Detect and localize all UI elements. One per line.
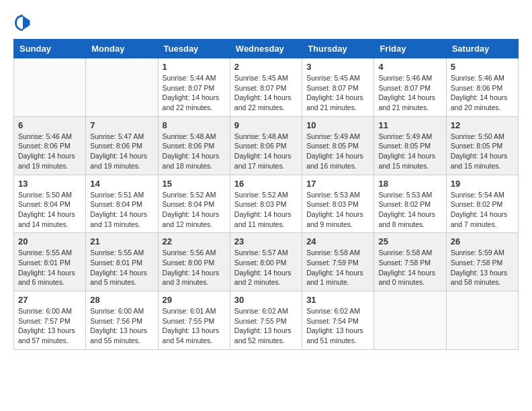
day-info: Sunrise: 5:48 AM Sunset: 8:06 PM Dayligh… [163,132,226,171]
day-info: Sunrise: 5:52 AM Sunset: 8:03 PM Dayligh… [234,190,298,230]
day-info: Sunrise: 5:57 AM Sunset: 8:00 PM Dayligh… [234,248,298,287]
calendar-day-cell: 26Sunrise: 5:59 AM Sunset: 7:58 PM Dayli… [446,233,518,291]
calendar-day-cell: 21Sunrise: 5:55 AM Sunset: 8:01 PM Dayli… [86,233,158,291]
calendar-day-cell: 22Sunrise: 5:56 AM Sunset: 8:00 PM Dayli… [158,233,230,291]
day-number: 14 [90,179,153,189]
logo-icon [13,13,32,32]
calendar-day-cell: 31Sunrise: 6:02 AM Sunset: 7:54 PM Dayli… [302,291,374,350]
day-info: Sunrise: 5:59 AM Sunset: 7:58 PM Dayligh… [451,248,514,287]
weekday-header: Sunday [14,40,86,58]
day-number: 29 [163,295,226,305]
day-info: Sunrise: 6:02 AM Sunset: 7:54 PM Dayligh… [306,306,369,346]
day-number: 2 [234,62,298,72]
day-info: Sunrise: 5:53 AM Sunset: 8:03 PM Dayligh… [306,190,369,230]
day-number: 15 [163,179,226,189]
day-info: Sunrise: 5:49 AM Sunset: 8:05 PM Dayligh… [306,132,369,171]
day-number: 24 [306,236,369,246]
day-info: Sunrise: 5:51 AM Sunset: 8:04 PM Dayligh… [90,190,153,230]
day-info: Sunrise: 5:47 AM Sunset: 8:06 PM Dayligh… [90,132,153,171]
day-number: 31 [306,295,369,305]
calendar-day-cell: 14Sunrise: 5:51 AM Sunset: 8:04 PM Dayli… [86,175,158,233]
day-info: Sunrise: 5:44 AM Sunset: 8:07 PM Dayligh… [163,73,226,113]
day-info: Sunrise: 6:00 AM Sunset: 7:57 PM Dayligh… [18,306,81,346]
calendar-week-row: 1Sunrise: 5:44 AM Sunset: 8:07 PM Daylig… [14,58,519,117]
calendar-week-row: 27Sunrise: 6:00 AM Sunset: 7:57 PM Dayli… [14,291,519,350]
day-number: 6 [18,120,81,130]
calendar-day-cell: 20Sunrise: 5:55 AM Sunset: 8:01 PM Dayli… [14,233,86,291]
calendar-header: SundayMondayTuesdayWednesdayThursdayFrid… [14,40,519,58]
day-info: Sunrise: 5:50 AM Sunset: 8:05 PM Dayligh… [451,132,514,171]
day-number: 10 [306,120,369,130]
day-info: Sunrise: 5:46 AM Sunset: 8:06 PM Dayligh… [451,73,514,113]
day-number: 17 [306,179,369,189]
calendar-day-cell: 27Sunrise: 6:00 AM Sunset: 7:57 PM Dayli… [14,291,86,350]
day-info: Sunrise: 6:02 AM Sunset: 7:55 PM Dayligh… [234,306,298,346]
weekday-header: Friday [374,40,446,58]
day-info: Sunrise: 5:55 AM Sunset: 8:01 PM Dayligh… [90,248,153,287]
day-info: Sunrise: 5:58 AM Sunset: 7:59 PM Dayligh… [306,248,369,287]
calendar-day-cell: 11Sunrise: 5:49 AM Sunset: 8:05 PM Dayli… [374,116,446,175]
calendar-day-cell: 24Sunrise: 5:58 AM Sunset: 7:59 PM Dayli… [302,233,374,291]
day-number: 23 [234,236,298,246]
calendar-day-cell: 9Sunrise: 5:48 AM Sunset: 8:06 PM Daylig… [230,116,302,175]
calendar-day-cell [86,58,158,117]
day-number: 27 [18,295,81,305]
day-info: Sunrise: 6:01 AM Sunset: 7:55 PM Dayligh… [163,306,226,346]
day-info: Sunrise: 5:45 AM Sunset: 8:07 PM Dayligh… [234,73,298,113]
day-number: 19 [451,179,514,189]
calendar-day-cell: 28Sunrise: 6:00 AM Sunset: 7:56 PM Dayli… [86,291,158,350]
calendar-day-cell: 7Sunrise: 5:47 AM Sunset: 8:06 PM Daylig… [86,116,158,175]
weekday-header: Monday [86,40,158,58]
calendar-day-cell: 15Sunrise: 5:52 AM Sunset: 8:04 PM Dayli… [158,175,230,233]
day-number: 21 [90,236,153,246]
calendar-day-cell: 25Sunrise: 5:58 AM Sunset: 7:58 PM Dayli… [374,233,446,291]
header [13,13,519,32]
day-number: 9 [234,120,298,130]
calendar-day-cell: 17Sunrise: 5:53 AM Sunset: 8:03 PM Dayli… [302,175,374,233]
day-info: Sunrise: 5:48 AM Sunset: 8:06 PM Dayligh… [234,132,298,171]
calendar-day-cell: 8Sunrise: 5:48 AM Sunset: 8:06 PM Daylig… [158,116,230,175]
day-number: 11 [378,120,441,130]
day-number: 30 [234,295,298,305]
day-number: 12 [451,120,514,130]
calendar-day-cell: 18Sunrise: 5:53 AM Sunset: 8:02 PM Dayli… [374,175,446,233]
calendar-day-cell: 3Sunrise: 5:45 AM Sunset: 8:07 PM Daylig… [302,58,374,117]
day-info: Sunrise: 5:50 AM Sunset: 8:04 PM Dayligh… [18,190,81,230]
day-number: 8 [163,120,226,130]
day-number: 7 [90,120,153,130]
calendar-week-row: 13Sunrise: 5:50 AM Sunset: 8:04 PM Dayli… [14,175,519,233]
calendar-day-cell [14,58,86,117]
weekday-header: Saturday [446,40,518,58]
day-number: 28 [90,295,153,305]
logo [13,13,35,32]
calendar-day-cell: 30Sunrise: 6:02 AM Sunset: 7:55 PM Dayli… [230,291,302,350]
day-info: Sunrise: 5:45 AM Sunset: 8:07 PM Dayligh… [306,73,369,113]
calendar-day-cell [374,291,446,350]
day-number: 18 [378,179,441,189]
day-number: 26 [451,236,514,246]
calendar-week-row: 6Sunrise: 5:46 AM Sunset: 8:06 PM Daylig… [14,116,519,175]
day-number: 3 [306,62,369,72]
calendar-day-cell: 1Sunrise: 5:44 AM Sunset: 8:07 PM Daylig… [158,58,230,117]
day-info: Sunrise: 5:46 AM Sunset: 8:06 PM Dayligh… [18,132,81,171]
day-number: 16 [234,179,298,189]
calendar-day-cell: 19Sunrise: 5:54 AM Sunset: 8:02 PM Dayli… [446,175,518,233]
calendar-day-cell: 12Sunrise: 5:50 AM Sunset: 8:05 PM Dayli… [446,116,518,175]
calendar-day-cell: 29Sunrise: 6:01 AM Sunset: 7:55 PM Dayli… [158,291,230,350]
day-info: Sunrise: 6:00 AM Sunset: 7:56 PM Dayligh… [90,306,153,346]
day-number: 4 [378,62,441,72]
calendar-day-cell: 4Sunrise: 5:46 AM Sunset: 8:07 PM Daylig… [374,58,446,117]
calendar-day-cell: 23Sunrise: 5:57 AM Sunset: 8:00 PM Dayli… [230,233,302,291]
day-info: Sunrise: 5:53 AM Sunset: 8:02 PM Dayligh… [378,190,441,230]
day-info: Sunrise: 5:54 AM Sunset: 8:02 PM Dayligh… [451,190,514,230]
calendar-day-cell: 2Sunrise: 5:45 AM Sunset: 8:07 PM Daylig… [230,58,302,117]
weekday-header: Wednesday [230,40,302,58]
day-info: Sunrise: 5:52 AM Sunset: 8:04 PM Dayligh… [163,190,226,230]
day-number: 22 [163,236,226,246]
calendar-day-cell [446,291,518,350]
day-info: Sunrise: 5:55 AM Sunset: 8:01 PM Dayligh… [18,248,81,287]
calendar-body: 1Sunrise: 5:44 AM Sunset: 8:07 PM Daylig… [14,58,519,350]
calendar-week-row: 20Sunrise: 5:55 AM Sunset: 8:01 PM Dayli… [14,233,519,291]
calendar: SundayMondayTuesdayWednesdayThursdayFrid… [13,39,519,350]
day-info: Sunrise: 5:46 AM Sunset: 8:07 PM Dayligh… [378,73,441,113]
